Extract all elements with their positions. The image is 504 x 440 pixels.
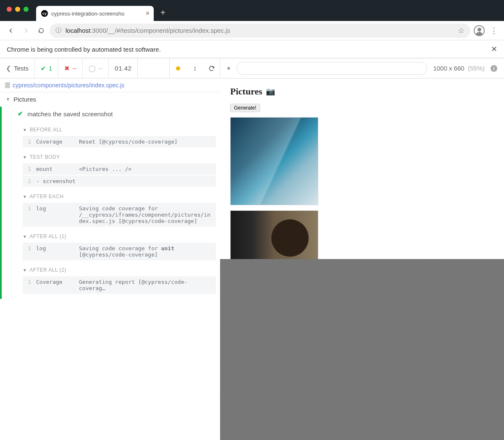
picture-thumbnail — [230, 210, 318, 261]
aut-iframe: Pictures📷 Generate! — [220, 79, 504, 259]
file-icon — [5, 82, 10, 88]
selector-playground-input[interactable] — [236, 62, 427, 75]
page-title: Pictures📷 — [230, 86, 494, 97]
section-after-all-1[interactable]: ▼ AFTER ALL (1) — [6, 228, 220, 242]
back-button[interactable] — [4, 24, 18, 37]
dot-icon — [176, 66, 180, 71]
back-to-tests-button[interactable]: ❮ Tests — [0, 58, 35, 78]
section-after-each[interactable]: ▼ AFTER EACH — [6, 188, 220, 202]
command-row[interactable]: 1 log Saving code coverage for unit [@cy… — [23, 243, 216, 260]
reporter-panel: cypress/components/pictures/index.spec.j… — [0, 79, 220, 440]
chevron-down-icon: ▼ — [23, 234, 27, 239]
browser-tab[interactable]: cy cypress-integration-screensho × — [36, 6, 154, 21]
command-row[interactable]: 1 log Saving code coverage for /__cypres… — [23, 203, 216, 227]
reload-button[interactable] — [34, 24, 48, 37]
empty-backdrop — [220, 259, 504, 440]
camera-icon: 📷 — [266, 87, 275, 96]
chevron-down-icon: ▼ — [23, 155, 27, 160]
viewport-info-icon[interactable]: i — [491, 65, 497, 72]
x-icon: ✖ — [64, 65, 70, 72]
runner-header: ❮ Tests ✔ 1 ✖ -- ◯ -- 01.42 ↕ ⌖ 1000 x — [0, 58, 504, 79]
window-minimize-icon[interactable] — [15, 7, 20, 12]
command-row[interactable]: 1 Coverage Reset [@cypress/code-coverage… — [23, 136, 216, 147]
stats-pending: ◯ -- — [83, 58, 109, 78]
runner-main: cypress/components/pictures/index.spec.j… — [0, 79, 504, 440]
tab-title: cypress-integration-screensho — [51, 10, 142, 17]
profile-avatar-icon[interactable] — [472, 24, 486, 38]
viewport-size: 1000 x 660 (55%) — [433, 65, 485, 72]
chevron-down-icon: ▼ — [6, 97, 10, 102]
command-row[interactable]: 1 mount <Pictures ... /> — [23, 163, 216, 175]
auto-scroll-toggle[interactable] — [170, 58, 186, 78]
address-bar[interactable]: ⓘ localhost:3000/__/#/tests/component/pi… — [50, 24, 470, 38]
command-row[interactable]: 2 - screenshot — [23, 175, 216, 187]
new-tab-button[interactable]: + — [160, 8, 165, 18]
scroll-sync-icon[interactable]: ↕ — [186, 58, 203, 78]
browser-tab-strip: cy cypress-integration-screensho × + — [0, 0, 504, 21]
section-before-all[interactable]: ▼ BEFORE ALL — [6, 121, 220, 135]
test-row[interactable]: ✔ matches the saved screenshot — [6, 107, 220, 121]
chevron-down-icon: ▼ — [23, 128, 27, 132]
stats-failed: ✖ -- — [58, 58, 83, 78]
tab-favicon: cy — [41, 10, 48, 17]
bookmark-star-icon[interactable]: ☆ — [458, 26, 465, 35]
check-icon: ✔ — [18, 110, 23, 118]
window-maximize-icon[interactable] — [24, 7, 29, 12]
picture-thumbnail — [230, 117, 318, 205]
stats-duration: 01.42 — [109, 58, 138, 78]
describe-block[interactable]: ▼ Pictures — [0, 92, 220, 107]
tab-close-icon[interactable]: × — [146, 10, 150, 17]
automation-info-text: Chrome is being controlled by automated … — [7, 46, 161, 53]
section-test-body[interactable]: ▼ TEST BODY — [6, 148, 220, 162]
selector-playground-icon[interactable]: ⌖ — [227, 65, 231, 72]
window-close-icon[interactable] — [7, 7, 12, 12]
circle-icon: ◯ — [89, 65, 96, 72]
site-info-icon[interactable]: ⓘ — [55, 27, 61, 34]
check-icon: ✔ — [41, 65, 46, 72]
forward-button[interactable] — [19, 24, 33, 37]
browser-menu-icon[interactable]: ⋮ — [488, 26, 500, 35]
generate-button[interactable]: Generate! — [230, 104, 260, 112]
info-bar-close-icon[interactable]: ✕ — [491, 45, 497, 54]
section-after-all-2[interactable]: ▼ AFTER ALL (2) — [6, 261, 220, 275]
stats-passed: ✔ 1 — [35, 58, 58, 78]
aut-panel: Pictures📷 Generate! — [220, 79, 504, 440]
automation-info-bar: Chrome is being controlled by automated … — [0, 40, 504, 58]
url-text: localhost:3000/__/#/tests/component/pict… — [66, 27, 230, 34]
chevron-down-icon: ▼ — [23, 268, 27, 272]
command-row[interactable]: 1 Coverage Generating report [@cypress/c… — [23, 276, 216, 294]
browser-toolbar: ⓘ localhost:3000/__/#/tests/component/pi… — [0, 21, 504, 40]
spec-file-link[interactable]: cypress/components/pictures/index.spec.j… — [0, 79, 220, 92]
rerun-button[interactable] — [203, 58, 220, 78]
window-controls — [7, 7, 29, 12]
chevron-left-icon: ❮ — [6, 65, 11, 72]
chevron-down-icon: ▼ — [23, 194, 27, 199]
